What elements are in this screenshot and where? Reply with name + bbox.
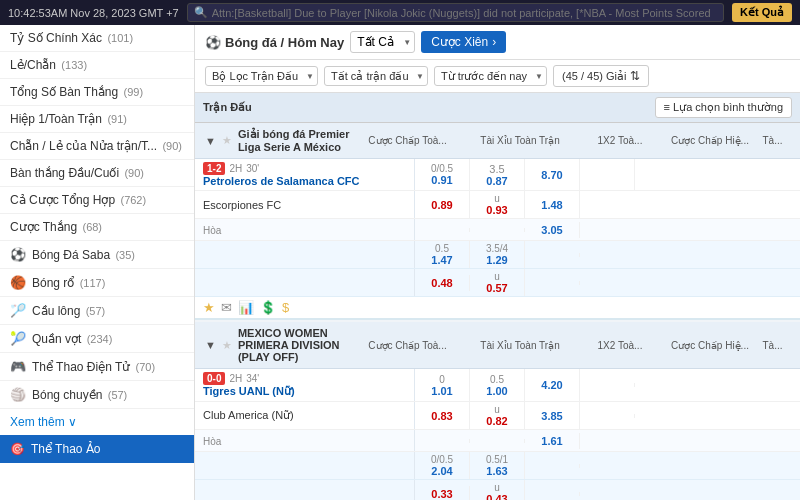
bo-loc-select[interactable]: Bộ Lọc Trận Đấu [205,66,318,86]
odds-l2-tx-t2[interactable]: 0.82 [486,415,507,427]
star-icon[interactable]: ★ [222,134,232,147]
league2-header[interactable]: ▼ ★ MEXICO WOMEN PRIMERA DIVISION (PLAY … [195,322,800,369]
time-select[interactable]: Từ trước đến nay [434,66,547,86]
chevron-right-icon: › [492,35,496,49]
search-icon: 🔍 [194,6,208,19]
cuoc-xien-button[interactable]: Cược Xiên › [421,31,506,53]
odds-chap-t2[interactable]: 0.89 [431,199,452,211]
sidebar-item-ca-cuoc[interactable]: Cả Cược Tổng Hợp (762) [0,187,194,214]
email-icon[interactable]: ✉ [221,300,232,315]
tran-dau-wrapper[interactable]: Tất cả trận đấu [324,66,428,86]
search-input[interactable] [212,7,717,19]
odds-l2-1x2-draw[interactable]: 1.61 [541,435,562,447]
odds-l2-1x2-t1[interactable]: 4.20 [541,379,562,391]
basketball-icon: 🏀 [10,275,26,290]
odds-l2-row2-chap2[interactable]: 0.33 [431,488,452,500]
league2-group: ▼ ★ MEXICO WOMEN PRIMERA DIVISION (PLAY … [195,322,800,500]
lua-chon-button[interactable]: ≡ Lựa chọn bình thường [655,97,792,118]
odds-l2-row2-tx2[interactable]: 0.43 [486,493,507,500]
league2-name: MEXICO WOMEN PRIMERA DIVISION (PLAY OFF) [238,327,350,363]
tran-dau-select[interactable]: Tất cả trận đấu [324,66,428,86]
tat-ca-wrapper[interactable]: Tất Cả [350,31,415,53]
odds-l2-chap-t1[interactable]: 1.01 [431,385,452,397]
over-l2-1: 0.5 [490,374,504,385]
chevron-down-icon: ▼ [205,135,216,147]
money-icon[interactable]: $ [282,300,289,315]
search-bar[interactable]: 🔍 [187,3,724,22]
tat-ca-select[interactable]: Tất Cả [350,31,415,53]
top-bar: 10:42:53AM Nov 28, 2023 GMT +7 🔍 Kết Quả [0,0,800,25]
odds-row2-tx1[interactable]: 1.29 [486,254,507,266]
sidebar-item-le-chan[interactable]: Lẻ/Chẵn (133) [0,52,194,79]
sidebar-item-quan-vot[interactable]: 🎾 Quần vợt (234) [0,325,194,353]
odds-1x2-t2[interactable]: 1.48 [541,199,562,211]
chevron-down-icon2: ▼ [205,339,216,351]
odds-tx-t2[interactable]: 0.93 [486,204,507,216]
sort-icon: ⇅ [630,69,640,83]
col-header-chap-hiep: Cược Chấp Hiệ... [665,135,755,146]
match1-actions: ★ ✉ 📊 💲 $ [195,297,800,318]
sidebar-item-tong-so[interactable]: Tổng Số Bàn Thắng (99) [0,79,194,106]
matches-area: ▼ ★ Giải bóng đá Premier Liga Serie A Mé… [195,123,800,500]
sidebar-item-bong-chuyen[interactable]: 🏐 Bóng chuyền (57) [0,381,194,409]
dollar-circle-icon[interactable]: 💲 [260,300,276,315]
odds-row2-chap1[interactable]: 1.47 [431,254,452,266]
col-header-ta: Tà... [755,135,790,146]
ball-icon: ⚽ [205,35,221,50]
col-header-1x2: 1X2 Toà... [575,135,665,146]
team1-name[interactable]: Petroleros de Salamanca CFC [203,175,406,187]
league1-name: Giải bóng đá Premier Liga Serie A México [238,128,350,153]
sidebar-bottom-item[interactable]: 🎯 Thể Thao Ảo [0,435,194,463]
sidebar-item-cuoc-thang[interactable]: Cược Thắng (68) [0,214,194,241]
sidebar-label: Thể Thao Điện Tử (70) [32,360,155,374]
league1-header[interactable]: ▼ ★ Giải bóng đá Premier Liga Serie A Mé… [195,123,800,159]
odds-l2-row2-chap1[interactable]: 2.04 [431,465,452,477]
sidebar-item-chan-le[interactable]: Chẵn / Lẻ của Nửa trận/T... (90) [0,133,194,160]
odds-row2-chap2[interactable]: 0.48 [431,277,452,289]
sidebar-label: Bóng rổ (117) [32,276,105,290]
col-header-tai-xiu-l2: Tài Xỉu Toàn Trận [465,340,575,351]
sidebar-item-the-thao-dien-tu[interactable]: 🎮 Thể Thao Điện Tử (70) [0,353,194,381]
star-icon2[interactable]: ★ [222,339,232,352]
sidebar-item-ban-thang[interactable]: Bàn thắng Đầu/Cuối (90) [0,160,194,187]
team2-name-l2: Club America (Nữ) [203,409,294,422]
odds-1x2-draw[interactable]: 3.05 [541,224,562,236]
esports-icon: 🎮 [10,359,26,374]
sidebar-item-bong-da-saba[interactable]: ⚽ Bóng Đá Saba (35) [0,241,194,269]
cuoc-xien-label: Cược Xiên [431,35,488,49]
odds-l2-chap-t2[interactable]: 0.83 [431,410,452,422]
datetime: 10:42:53AM Nov 28, 2023 GMT +7 [8,7,179,19]
odds-tx-t1[interactable]: 0.87 [486,175,507,187]
odds-chap-t1[interactable]: 0.91 [431,174,452,186]
time-wrapper[interactable]: Từ trước đến nay [434,66,547,86]
odds-l2-tx-t1[interactable]: 1.00 [486,385,507,397]
sidebar-label: Cược Thắng (68) [10,220,102,234]
over2-l2-1: 0.5/1 [486,454,508,465]
odds-row2-tx2[interactable]: 0.57 [486,282,507,294]
odds-l2-1x2-t2[interactable]: 3.85 [541,410,562,422]
sidebar-item-cau-long[interactable]: 🏸 Cầu lông (57) [0,297,194,325]
live-time2: 2H [229,373,242,384]
giai-count-badge: (45 / 45) Giải ⇅ [553,65,649,87]
filter-bar: Bộ Lọc Trận Đấu Tất cả trận đấu Từ trước… [195,60,800,93]
bo-loc-wrapper[interactable]: Bộ Lọc Trận Đấu [205,66,318,86]
graph-icon[interactable]: 📊 [238,300,254,315]
giai-count-label: (45 / 45) Giải [562,70,626,83]
sidebar-more[interactable]: Xem thêm ∨ [0,409,194,435]
col-header-tai-xiu: Tài Xỉu Toàn Trận [465,135,575,146]
ket-qua-button[interactable]: Kết Quả [732,3,792,22]
handicap1: 0/0.5 [431,163,453,174]
sidebar-label: Cả Cược Tổng Hợp (762) [10,193,146,207]
under-row2: u [494,271,500,282]
sidebar-label: Chẵn / Lẻ của Nửa trận/T... (90) [10,139,182,153]
under-l2-1: u [494,404,500,415]
team1-name-l2[interactable]: Tigres UANL (Nữ) [203,385,406,398]
under-l2-row2: u [494,482,500,493]
sidebar-item-hiep1[interactable]: Hiệp 1/Toàn Trận (91) [0,106,194,133]
odds-1x2-t1[interactable]: 8.70 [541,169,562,181]
odds-l2-row2-tx1[interactable]: 1.63 [486,465,507,477]
star-action-icon[interactable]: ★ [203,300,215,315]
sidebar-item-bong-ro[interactable]: 🏀 Bóng rổ (117) [0,269,194,297]
sport-title: ⚽ Bóng đá / Hôm Nay [205,35,344,50]
sidebar-item-ty-so[interactable]: Tỷ Số Chính Xác (101) [0,25,194,52]
